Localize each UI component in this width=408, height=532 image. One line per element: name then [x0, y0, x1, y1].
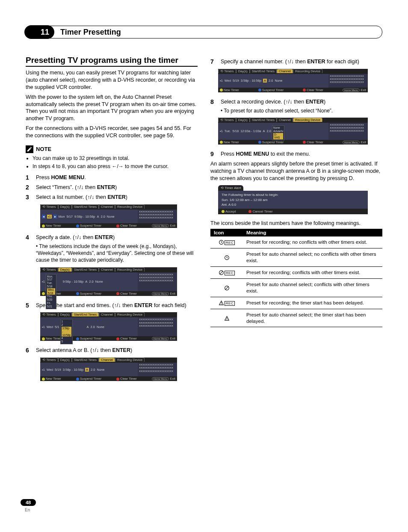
table-row: REC Preset for recording; conflicts with… — [210, 266, 382, 278]
note-list: You can make up to 32 presettings in tot… — [26, 155, 198, 170]
table-row: Preset for auto channel select; conflict… — [210, 278, 382, 297]
note-label: NOTE — [36, 146, 51, 152]
step-number: 6 — [26, 347, 32, 354]
step-number: 2 — [26, 184, 32, 191]
step-1: 1 Press HOME MENU. — [26, 174, 198, 181]
step-3: 3 Select a list number. (↑/↓ then ENTER) — [26, 194, 198, 201]
rec-badge: REC — [225, 240, 235, 245]
svg-point-7 — [221, 304, 222, 304]
osd-step8: ⟲ Timers Day(s) Start/End Times Channel … — [218, 118, 368, 145]
step-8-sub: • To preset for auto channel select, sel… — [221, 107, 382, 114]
chapter-number: 11 — [24, 25, 54, 39]
svg-line-3 — [220, 271, 223, 275]
clock-warning-icon — [224, 316, 230, 321]
clock-icon — [224, 255, 230, 260]
rec-badge: REC — [225, 301, 235, 306]
note-item: In steps 4 to 8, you can also press ←/→ … — [33, 163, 198, 170]
meanings-intro: The icons beside the list numbers have t… — [210, 220, 382, 226]
svg-line-5 — [225, 286, 228, 290]
step-8: 8 Select a recording device. (↑/↓ then E… — [210, 98, 382, 106]
intro-p1: Using the menu, you can easily preset TV… — [26, 69, 198, 91]
osd-step3: ⟲ Timers Day(s) Start/End Times Channel … — [40, 204, 177, 228]
osd-timer-alert: ⟲ Timer Alert The Following timer is abo… — [218, 185, 368, 214]
note-header: NOTE — [26, 145, 198, 153]
step-4-sub: • The selections include the days of the… — [36, 243, 198, 264]
clock-icon — [219, 239, 224, 245]
table-row: Preset for auto channel select; no confl… — [210, 248, 382, 266]
osd-step4: ⟲ Timers Day(s) Start/End Times Channel … — [40, 267, 177, 296]
step-number: 9 — [210, 151, 216, 157]
table-row: REC Preset for recording; no conflicts w… — [210, 236, 382, 248]
step-9: 9 Press HOME MENU to exit the menu. — [210, 151, 382, 158]
table-row: REC Preset for recording; the timer star… — [210, 297, 382, 309]
page-number: 48 En — [21, 499, 36, 512]
step-7: 7 Specify a channel number. (↑/↓ then EN… — [210, 58, 382, 65]
osd-step5: ⟲ Timers Day(s) Start/End Times Channel … — [40, 312, 177, 341]
table-row: Preset for auto channel select; the time… — [210, 309, 382, 327]
icon-meanings-table: Icon Meaning REC Preset for recording; n… — [210, 229, 382, 327]
step-4: 4 Specify a date. (↑/↓ then ENTER) — [26, 234, 198, 241]
intro-p3: For the connections with a D-VHS recorde… — [26, 125, 198, 139]
note-item: You can make up to 32 presettings in tot… — [33, 155, 198, 162]
svg-point-9 — [226, 319, 227, 319]
osd-step7: ⟲ Timers Day(s) Start/End Times Channel … — [218, 69, 368, 92]
pencil-icon — [26, 145, 33, 153]
step-number: 7 — [210, 58, 216, 65]
step-number: 4 — [26, 234, 32, 241]
after-step9: An alarm screen appears slightly before … — [210, 160, 382, 182]
osd-step6: ⟲ Timers Day(s) Start/End Times Channel … — [40, 358, 177, 381]
step-number: 1 — [26, 174, 32, 181]
step-number: 3 — [26, 194, 32, 201]
clock-slash-icon — [219, 270, 224, 275]
clock-slash-icon — [224, 285, 230, 291]
rec-badge: REC — [225, 271, 235, 275]
section-title: Presetting TV programs using the timer — [26, 56, 198, 67]
clock-warning-icon — [219, 300, 224, 306]
col-icon: Icon — [210, 229, 243, 236]
step-number: 5 — [26, 302, 32, 309]
chapter-header: 11 Timer Presetting — [26, 26, 382, 38]
step-6: 6 Select antenna A or B. (↑/↓ then ENTER… — [26, 347, 198, 354]
step-number: 8 — [210, 98, 216, 105]
col-meaning: Meaning — [243, 229, 382, 236]
intro-p2: With the power to the system left on, th… — [26, 94, 198, 123]
chapter-title: Timer Presetting — [60, 28, 121, 37]
step-2: 2 Select “Timers”. (↑/↓ then ENTER) — [26, 184, 198, 191]
